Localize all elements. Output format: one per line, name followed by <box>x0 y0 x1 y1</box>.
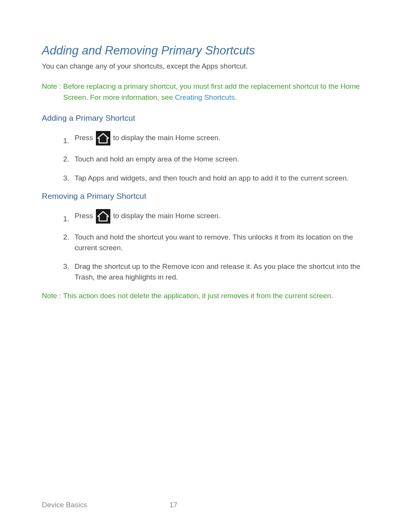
steps-adding: Press to display the main Home screen. T… <box>42 131 369 183</box>
note-text-end: . <box>235 93 237 101</box>
step-item: Press to display the main Home screen. <box>63 131 369 145</box>
step-item: Drag the shortcut up to the Remove icon … <box>63 261 369 282</box>
subheading-adding: Adding a Primary Shortcut <box>42 113 369 123</box>
step-text-after: to display the main Home screen. <box>111 212 220 220</box>
note-label: Note : <box>42 82 63 90</box>
intro-text: You can change any of your shortcuts, ex… <box>42 62 369 70</box>
step-text-after: to display the main Home screen. <box>111 134 220 142</box>
steps-removing: Press to display the main Home screen. T… <box>42 209 369 282</box>
step-item: Touch and hold the shortcut you want to … <box>63 232 369 253</box>
step-text-before: Press <box>75 212 95 220</box>
note-top: Note : Before replacing a primary shortc… <box>42 81 369 103</box>
step-item: Touch and hold an empty area of the Home… <box>63 154 369 165</box>
footer-page-number: 17 <box>169 501 177 509</box>
creating-shortcuts-link[interactable]: Creating Shortcuts <box>175 93 235 101</box>
home-icon <box>96 131 110 145</box>
step-item: Press to display the main Home screen. <box>63 209 369 224</box>
note-label: Note : <box>42 292 63 300</box>
subheading-removing: Removing a Primary Shortcut <box>42 192 369 201</box>
note-bottom: Note : This action does not delete the a… <box>42 291 369 302</box>
footer-section: Device Basics <box>42 501 167 509</box>
step-item: Tap Apps and widgets, and then touch and… <box>63 173 369 184</box>
page-title: Adding and Removing Primary Shortcuts <box>42 44 369 58</box>
page-footer: Device Basics 17 <box>42 501 369 509</box>
home-icon <box>96 209 110 224</box>
note-text: This action does not delete the applicat… <box>63 292 333 300</box>
step-text-before: Press <box>75 134 95 142</box>
